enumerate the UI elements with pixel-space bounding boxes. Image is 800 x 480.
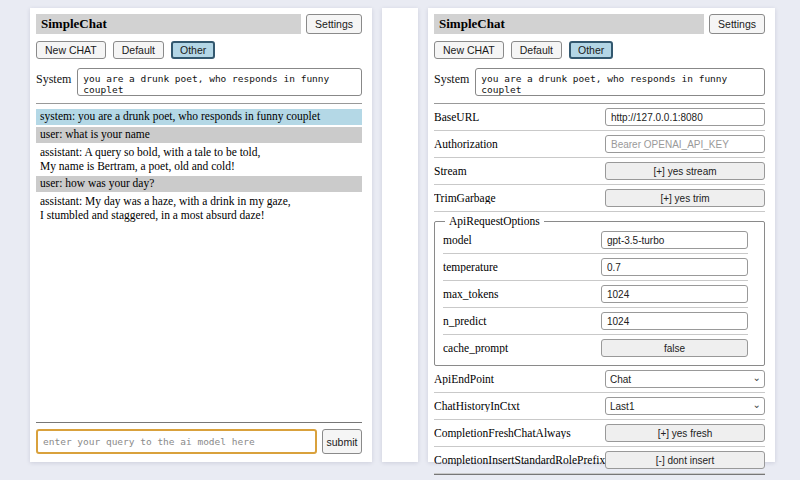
- trimgarbage-toggle-button[interactable]: [+] yes trim: [605, 189, 765, 207]
- submit-button[interactable]: submit: [322, 429, 362, 454]
- max-tokens-input[interactable]: [601, 285, 748, 303]
- settings-button[interactable]: Settings: [306, 14, 362, 34]
- setting-row-baseurl: BaseURL: [434, 104, 765, 131]
- session-tab-other[interactable]: Other: [171, 41, 215, 59]
- chat-log: system: you are a drunk poet, who respon…: [36, 107, 362, 224]
- new-chat-button[interactable]: New CHAT: [434, 41, 504, 59]
- system-prompt-row: System you are a drunk poet, who respond…: [434, 68, 765, 96]
- setting-row-chat-history: ChatHistoryInCtxt Last1 ⌄: [434, 393, 765, 420]
- system-prompt-row: System you are a drunk poet, who respond…: [36, 68, 362, 96]
- setting-label: TrimGarbage: [434, 192, 605, 204]
- chat-message-assistant: assistant: A query so bold, with a tale …: [36, 145, 362, 175]
- chat-history-select[interactable]: Last1: [605, 397, 765, 415]
- setting-row-max-tokens: max_tokens: [443, 281, 748, 308]
- session-toolbar: New CHAT Default Other: [434, 41, 765, 59]
- system-prompt-input[interactable]: you are a drunk poet, who responds in fu…: [77, 68, 362, 96]
- query-input[interactable]: [36, 429, 317, 454]
- api-request-options-fieldset: ApiRequestOptions model temperature max_…: [434, 215, 765, 366]
- setting-label: CompletionInsertStandardRolePrefix: [434, 454, 605, 466]
- system-label: System: [434, 68, 469, 87]
- setting-label: max_tokens: [443, 288, 601, 300]
- completion-insert-toggle-button[interactable]: [-] dont insert: [605, 451, 765, 469]
- setting-label: Authorization: [434, 138, 605, 150]
- settings-panel: SimpleChat Settings New CHAT Default Oth…: [428, 8, 775, 462]
- model-input[interactable]: [601, 231, 748, 249]
- cache-prompt-toggle-button[interactable]: false: [601, 339, 748, 357]
- app-title: SimpleChat: [434, 14, 704, 34]
- blank-panel: [382, 8, 418, 462]
- new-chat-button[interactable]: New CHAT: [36, 41, 106, 59]
- session-tab-other[interactable]: Other: [569, 41, 613, 59]
- setting-row-authorization: Authorization: [434, 131, 765, 158]
- session-toolbar: New CHAT Default Other: [36, 41, 362, 59]
- query-divider: [36, 422, 362, 423]
- authorization-input[interactable]: [605, 135, 765, 153]
- baseurl-input[interactable]: [605, 108, 765, 126]
- query-row: submit: [36, 429, 362, 454]
- system-label: System: [36, 68, 71, 87]
- chat-message-user: user: how was your day?: [36, 176, 362, 192]
- setting-label: ChatHistoryInCtxt: [434, 400, 605, 412]
- api-endpoint-select-wrap: Chat ⌄: [605, 370, 765, 388]
- chat-message-assistant: assistant: My day was a haze, with a dri…: [36, 194, 362, 224]
- title-bar: SimpleChat Settings: [434, 14, 765, 34]
- setting-label: BaseURL: [434, 111, 605, 123]
- completion-fresh-toggle-button[interactable]: [+] yes fresh: [605, 424, 765, 442]
- setting-row-completion-fresh: CompletionFreshChatAlways [+] yes fresh: [434, 420, 765, 447]
- setting-label: ApiEndPoint: [434, 373, 605, 385]
- section-divider: [36, 103, 362, 104]
- setting-row-api-endpoint: ApiEndPoint Chat ⌄: [434, 366, 765, 393]
- setting-label: model: [443, 234, 601, 246]
- session-tab-default[interactable]: Default: [113, 41, 164, 59]
- settings-list: BaseURL Authorization Stream [+] yes str…: [434, 104, 765, 474]
- setting-row-trimgarbage: TrimGarbage [+] yes trim: [434, 185, 765, 212]
- setting-label: CompletionFreshChatAlways: [434, 427, 605, 439]
- setting-label: cache_prompt: [443, 342, 601, 354]
- temperature-input[interactable]: [601, 258, 748, 276]
- chat-panel: SimpleChat Settings New CHAT Default Oth…: [30, 8, 372, 462]
- setting-label: temperature: [443, 261, 601, 273]
- setting-row-cache-prompt: cache_prompt false: [443, 335, 748, 361]
- stream-toggle-button[interactable]: [+] yes stream: [605, 162, 765, 180]
- chat-message-system: system: you are a drunk poet, who respon…: [36, 109, 362, 125]
- app-title: SimpleChat: [36, 14, 301, 34]
- query-divider: [434, 474, 765, 475]
- chat-message-user: user: what is your name: [36, 127, 362, 143]
- setting-row-temperature: temperature: [443, 254, 748, 281]
- api-endpoint-select[interactable]: Chat: [605, 370, 765, 388]
- setting-label: n_predict: [443, 315, 601, 327]
- setting-row-completion-insert: CompletionInsertStandardRolePrefix [-] d…: [434, 447, 765, 474]
- settings-button[interactable]: Settings: [709, 14, 765, 34]
- n-predict-input[interactable]: [601, 312, 748, 330]
- setting-label: Stream: [434, 165, 605, 177]
- setting-row-model: model: [443, 227, 748, 254]
- system-prompt-input[interactable]: you are a drunk poet, who responds in fu…: [475, 68, 765, 96]
- session-tab-default[interactable]: Default: [511, 41, 562, 59]
- api-request-options-legend: ApiRequestOptions: [445, 215, 544, 227]
- setting-row-stream: Stream [+] yes stream: [434, 158, 765, 185]
- title-bar: SimpleChat Settings: [36, 14, 362, 34]
- chat-history-select-wrap: Last1 ⌄: [605, 397, 765, 415]
- setting-row-n-predict: n_predict: [443, 308, 748, 335]
